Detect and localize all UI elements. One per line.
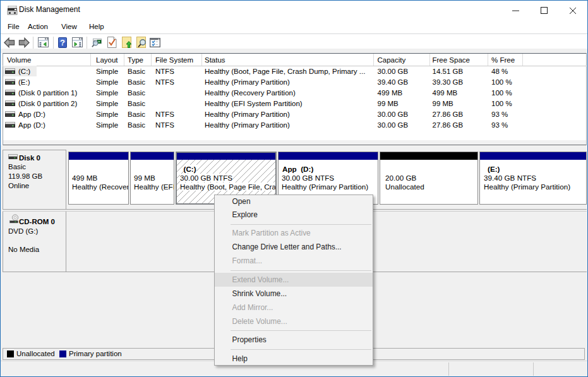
svg-text:?: ? (60, 38, 65, 47)
